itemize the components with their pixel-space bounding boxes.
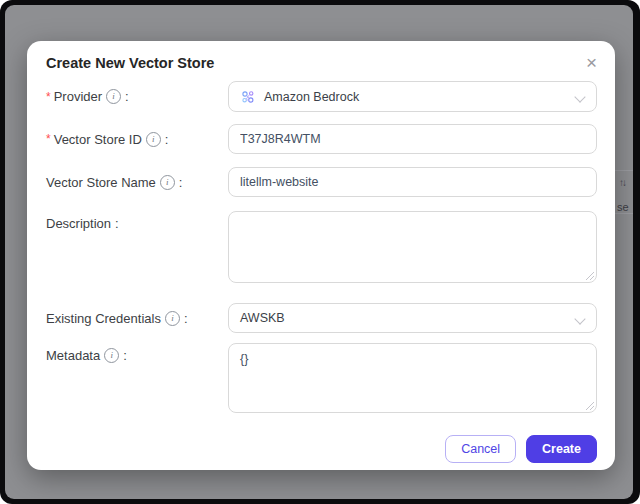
metadata-row: Metadata i : {} — [46, 343, 597, 413]
description-textarea-wrap — [228, 211, 597, 283]
colon: : — [165, 132, 169, 147]
vector-store-name-label: Vector Store Name i : — [46, 175, 228, 190]
vector-store-name-row: Vector Store Name i : — [46, 167, 597, 197]
info-icon[interactable]: i — [106, 89, 121, 104]
vector-store-id-input[interactable] — [228, 124, 597, 154]
vector-store-id-label: * Vector Store ID i : — [46, 132, 228, 147]
existing-credentials-select[interactable]: AWSKB — [228, 303, 597, 333]
description-textarea[interactable] — [228, 211, 597, 283]
modal-title: Create New Vector Store — [46, 55, 214, 71]
vector-store-name-label-text: Vector Store Name — [46, 175, 156, 190]
chevron-down-icon — [574, 313, 585, 324]
colon: : — [125, 89, 129, 104]
chevron-down-icon — [574, 91, 585, 102]
metadata-textarea[interactable]: {} — [228, 343, 597, 413]
existing-credentials-selected-value: AWSKB — [240, 311, 285, 325]
info-icon[interactable]: i — [146, 132, 161, 147]
background-sort-icon: ↑↓ — [619, 177, 625, 188]
vector-store-name-input[interactable] — [228, 167, 597, 197]
colon: : — [184, 311, 188, 326]
metadata-textarea-wrap: {} — [228, 343, 597, 413]
existing-credentials-row: Existing Credentials i : AWSKB — [46, 303, 597, 333]
required-asterisk: * — [46, 132, 51, 146]
description-row: Description : — [46, 211, 597, 283]
screen-frame: ↑↓ se Create New Vector Store × * Provid… — [0, 0, 640, 504]
dimmed-app-window: ↑↓ se Create New Vector Store × * Provid… — [5, 5, 633, 499]
metadata-label: Metadata i : — [46, 343, 228, 363]
create-vector-store-modal: Create New Vector Store × * Provider i : — [27, 41, 615, 470]
vector-store-id-row: * Vector Store ID i : — [46, 124, 597, 154]
description-label-text: Description — [46, 216, 111, 231]
provider-label-text: Provider — [54, 89, 102, 104]
info-icon[interactable]: i — [165, 311, 180, 326]
amazon-bedrock-icon — [240, 89, 256, 105]
close-icon[interactable]: × — [583, 50, 600, 75]
create-button[interactable]: Create — [526, 435, 597, 463]
description-label: Description : — [46, 211, 228, 231]
colon: : — [115, 216, 119, 231]
info-icon[interactable]: i — [104, 348, 119, 363]
cancel-button[interactable]: Cancel — [445, 435, 516, 463]
metadata-label-text: Metadata — [46, 348, 100, 363]
background-partial-text: se — [617, 201, 629, 213]
required-asterisk: * — [46, 90, 51, 104]
provider-select[interactable]: Amazon Bedrock — [228, 81, 597, 112]
modal-footer: Cancel Create — [445, 435, 597, 463]
vector-store-id-label-text: Vector Store ID — [54, 132, 142, 147]
existing-credentials-label: Existing Credentials i : — [46, 311, 228, 326]
provider-label: * Provider i : — [46, 89, 228, 104]
colon: : — [179, 175, 183, 190]
info-icon[interactable]: i — [160, 175, 175, 190]
provider-row: * Provider i : Amazon Bedrock — [46, 81, 597, 112]
colon: : — [123, 348, 127, 363]
provider-selected-value: Amazon Bedrock — [264, 90, 359, 104]
existing-credentials-label-text: Existing Credentials — [46, 311, 161, 326]
